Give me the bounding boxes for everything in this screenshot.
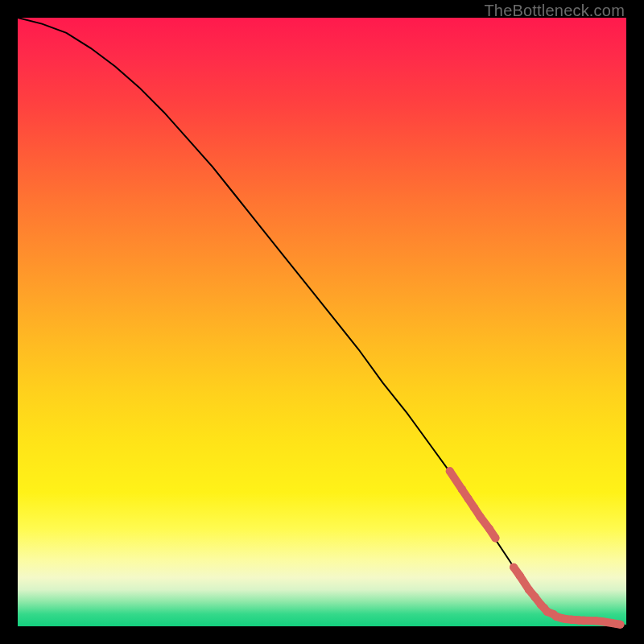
- chart-curve: [18, 18, 626, 625]
- chart-highlighted-points: [446, 467, 625, 629]
- chart-svg: [18, 18, 626, 626]
- chart-point: [491, 534, 499, 542]
- chart-point: [616, 621, 624, 629]
